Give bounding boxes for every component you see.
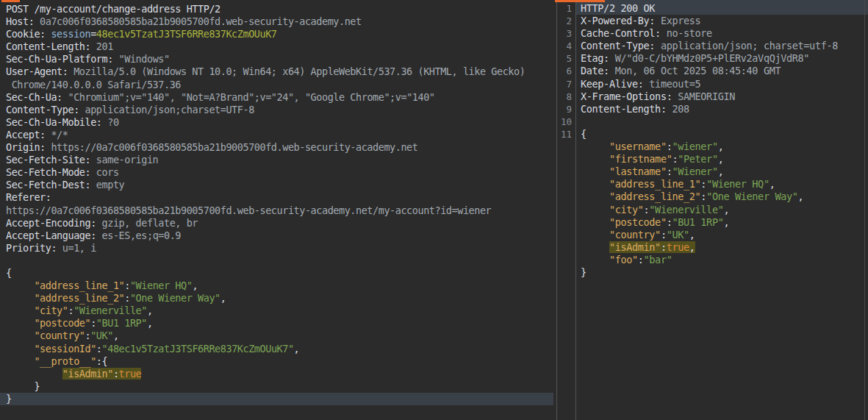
code-segment: , [723,204,729,216]
request-line: Accept-Encoding: gzip, deflate, br [0,217,553,229]
code-segment [581,140,609,152]
code-segment: "Wiener HQ" [706,178,770,190]
line-number [557,241,575,254]
code-segment: : [124,280,130,291]
code-segment: no-store [667,27,712,39]
code-segment: X-Frame-Options: [581,90,678,102]
response-editor-lines: HTTP/2 200 OKX-Powered-By: ExpressCache-… [576,0,868,420]
code-segment: = [90,28,96,40]
code-segment: , [192,280,198,291]
code-segment: "address_line_1" [609,178,700,190]
code-segment: :{ [96,355,107,367]
response-line: "country":"UK", [576,229,868,241]
code-segment: "lastname" [609,165,667,177]
code-segment: ?0 [107,116,118,128]
code-segment [6,368,62,380]
code-segment: empty [96,179,124,191]
response-line: "address_line_2":"One Wiener Way", [576,191,868,203]
code-segment: : [700,178,706,190]
code-segment: same-origin [96,154,158,165]
line-number [557,216,575,229]
code-segment: Date: [581,65,615,76]
code-segment: , [718,165,724,177]
request-line: Accept: */* [0,129,553,141]
code-segment: application/json;charset=UTF-8 [85,104,254,115]
code-segment: 201 [96,40,113,52]
line-number: 9 [557,103,575,115]
line-number [557,191,575,203]
code-segment: "Peter" [678,153,717,165]
request-line: Referer: [0,191,553,204]
code-segment: 208 [672,103,689,115]
line-number: 3 [557,27,575,40]
code-segment: Mon, 06 Oct 2025 08:45:40 GMT [615,65,781,76]
code-segment [581,241,609,253]
code-segment: , [770,178,775,190]
code-segment: es-ES,es;q=0.9 [102,229,182,241]
request-line: "__proto__":{ [0,355,553,368]
line-number [557,140,575,153]
code-segment: : [96,343,102,355]
code-segment: User-Agent: [6,65,73,77]
code-segment: Express [661,15,700,26]
code-segment: gzip, deflate, br [102,217,198,229]
code-segment: , [147,305,153,316]
code-segment: X-Powered-By: [581,15,661,26]
code-segment: "One Wiener Way" [706,191,797,202]
code-segment: "address_line_2" [34,292,124,304]
request-line: } [0,393,553,405]
response-line: Content-Type: application/json; charset=… [576,40,868,52]
code-segment: "Wienerville" [649,204,723,216]
request-line: "isAdmin":true [0,368,553,380]
code-segment: Content-Type: [6,104,85,115]
code-segment: , [294,343,300,355]
response-pane[interactable]: 1234567891011 HTTP/2 200 OKX-Powered-By:… [553,0,868,420]
code-segment: 0a7c006f0368580585ba21b9005700fd.web-sec… [40,15,362,27]
line-number: 8 [557,90,575,103]
code-segment: W/"d0-C/bYHMdz0P5+PlERv2aVqQjVdR8" [615,52,809,64]
code-segment: Sec-Ch-Ua-Platform: [6,53,119,65]
code-segment: Content-Length: [581,103,672,115]
response-line: { [576,128,868,140]
request-line: "sessionId":"48ec1v5TzatJ3TSF6RRe837KcZm… [0,343,553,355]
response-line: Keep-Alive: timeout=5 [576,78,868,90]
code-segment: { [6,267,12,279]
response-line: Content-Length: 208 [576,103,868,115]
response-line: "foo":"bar" [576,254,868,266]
code-segment [6,292,34,304]
request-pane[interactable]: POST /my-account/change-address HTTP/2Ho… [0,0,553,420]
line-number [557,153,575,165]
line-number [557,165,575,178]
code-segment: Content-Length: [6,40,96,52]
code-segment: "BU1 1RP" [96,317,147,329]
code-segment: "Windows" [119,53,170,65]
request-line: Sec-Fetch-Mode: cors [0,166,553,179]
response-line: Etag: W/"d0-C/bYHMdz0P5+PlERv2aVqQjVdR8" [576,52,868,65]
code-segment: , [689,241,695,253]
code-segment: */* [51,129,68,140]
code-segment [6,280,34,291]
code-segment: Accept-Language: [6,229,102,241]
code-segment: , [798,191,804,202]
request-line: Host: 0a7c006f0368580585ba21b9005700fd.w… [0,15,553,28]
request-line: Priority: u=1, i [0,242,553,255]
response-line: "lastname":"Wiener", [576,165,868,178]
code-segment: , [718,153,724,165]
code-segment: "isAdmin" [609,241,661,253]
response-line: "postcode":"BU1 1RP", [576,216,868,229]
code-segment [6,317,34,329]
code-segment: Host: [6,15,40,27]
response-active-tab-indicator [555,0,605,2]
code-segment [6,305,34,316]
code-segment [6,330,34,341]
code-segment: application/json; charset=utf-8 [661,40,838,51]
code-segment: "isAdmin" [62,368,113,380]
code-segment: Sec-Fetch-Site: [6,154,96,165]
code-segment: Sec-Ch-Ua: [6,91,68,103]
request-line: "address_line_2":"One Wiener Way", [0,292,553,305]
code-segment: : [90,317,96,329]
code-segment: "UK" [667,229,689,241]
code-segment: "country" [34,330,85,341]
request-editor-lines: POST /my-account/change-address HTTP/2Ho… [0,0,553,405]
request-line: Sec-Ch-Ua-Mobile: ?0 [0,116,553,129]
